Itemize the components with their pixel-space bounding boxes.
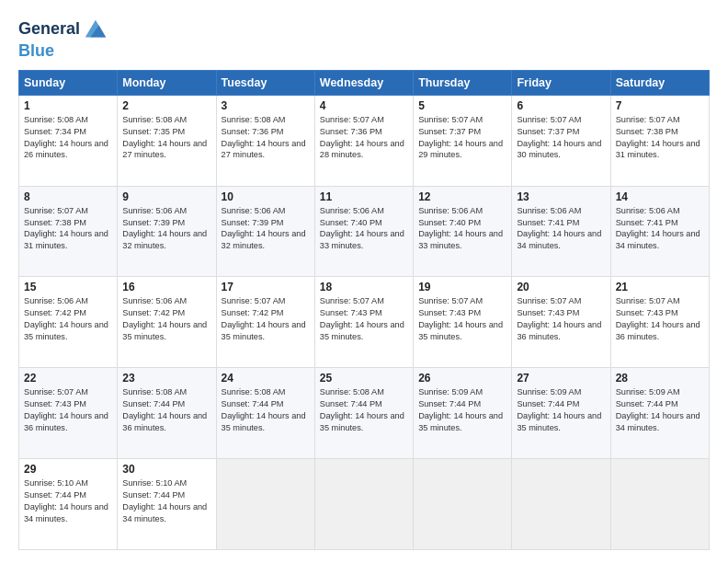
calendar-day-cell: 3Sunrise: 5:08 AMSunset: 7:36 PMDaylight… — [216, 95, 314, 186]
logo-icon — [82, 17, 108, 42]
day-number: 9 — [122, 190, 210, 203]
day-number: 30 — [122, 463, 210, 476]
day-info: Sunrise: 5:07 AMSunset: 7:38 PMDaylight:… — [24, 206, 108, 251]
day-number: 16 — [122, 281, 210, 293]
calendar-week-row: 29Sunrise: 5:10 AMSunset: 7:44 PMDayligh… — [19, 459, 710, 550]
day-number: 28 — [616, 372, 704, 385]
day-number: 26 — [418, 372, 506, 385]
calendar-body: 1Sunrise: 5:08 AMSunset: 7:34 PMDaylight… — [19, 95, 710, 549]
day-info: Sunrise: 5:06 AMSunset: 7:39 PMDaylight:… — [122, 206, 207, 251]
day-info: Sunrise: 5:06 AMSunset: 7:41 PMDaylight:… — [616, 206, 700, 251]
day-info: Sunrise: 5:10 AMSunset: 7:44 PMDaylight:… — [122, 478, 207, 523]
day-number: 22 — [24, 372, 112, 385]
calendar-week-row: 22Sunrise: 5:07 AMSunset: 7:43 PMDayligh… — [19, 368, 710, 459]
calendar-day-cell: 28Sunrise: 5:09 AMSunset: 7:44 PMDayligh… — [610, 368, 709, 459]
day-info: Sunrise: 5:07 AMSunset: 7:43 PMDaylight:… — [320, 296, 404, 341]
day-number: 18 — [320, 281, 408, 293]
calendar-week-row: 1Sunrise: 5:08 AMSunset: 7:34 PMDaylight… — [19, 95, 710, 186]
day-info: Sunrise: 5:08 AMSunset: 7:35 PMDaylight:… — [122, 115, 207, 160]
calendar-day-cell: 7Sunrise: 5:07 AMSunset: 7:38 PMDaylight… — [610, 95, 709, 186]
calendar-day-cell: 24Sunrise: 5:08 AMSunset: 7:44 PMDayligh… — [216, 368, 314, 459]
day-info: Sunrise: 5:08 AMSunset: 7:44 PMDaylight:… — [222, 387, 306, 432]
day-info: Sunrise: 5:07 AMSunset: 7:43 PMDaylight:… — [517, 296, 601, 341]
calendar-day-cell — [512, 459, 610, 550]
day-number: 25 — [320, 372, 408, 385]
logo: General Blue — [18, 17, 108, 61]
calendar-table: SundayMondayTuesdayWednesdayThursdayFrid… — [18, 70, 710, 550]
day-info: Sunrise: 5:06 AMSunset: 7:42 PMDaylight:… — [24, 296, 108, 341]
day-number: 14 — [616, 190, 704, 203]
calendar-day-cell: 19Sunrise: 5:07 AMSunset: 7:43 PMDayligh… — [414, 277, 512, 368]
calendar-day-cell: 13Sunrise: 5:06 AMSunset: 7:41 PMDayligh… — [512, 186, 610, 277]
calendar-day-cell: 20Sunrise: 5:07 AMSunset: 7:43 PMDayligh… — [512, 277, 610, 368]
calendar-day-cell: 22Sunrise: 5:07 AMSunset: 7:43 PMDayligh… — [19, 368, 118, 459]
day-number: 13 — [517, 190, 605, 203]
calendar-day-cell — [314, 459, 413, 550]
calendar-day-cell: 1Sunrise: 5:08 AMSunset: 7:34 PMDaylight… — [19, 95, 118, 186]
day-info: Sunrise: 5:09 AMSunset: 7:44 PMDaylight:… — [517, 387, 601, 432]
calendar-header-thursday: Thursday — [414, 70, 512, 95]
calendar-header-saturday: Saturday — [610, 70, 709, 95]
top-section: General Blue — [18, 17, 710, 61]
day-number: 24 — [222, 372, 310, 385]
day-number: 4 — [320, 99, 408, 112]
day-number: 17 — [222, 281, 310, 293]
calendar-day-cell: 10Sunrise: 5:06 AMSunset: 7:39 PMDayligh… — [216, 186, 314, 277]
calendar-day-cell: 25Sunrise: 5:08 AMSunset: 7:44 PMDayligh… — [314, 368, 413, 459]
calendar-day-cell: 16Sunrise: 5:06 AMSunset: 7:42 PMDayligh… — [118, 277, 216, 368]
day-info: Sunrise: 5:07 AMSunset: 7:37 PMDaylight:… — [517, 115, 601, 160]
day-number: 1 — [24, 99, 112, 112]
day-number: 11 — [320, 190, 408, 203]
calendar-day-cell: 21Sunrise: 5:07 AMSunset: 7:43 PMDayligh… — [610, 277, 709, 368]
day-info: Sunrise: 5:07 AMSunset: 7:43 PMDaylight:… — [24, 387, 108, 432]
calendar-day-cell: 29Sunrise: 5:10 AMSunset: 7:44 PMDayligh… — [19, 459, 118, 550]
calendar-day-cell: 2Sunrise: 5:08 AMSunset: 7:35 PMDaylight… — [118, 95, 216, 186]
day-info: Sunrise: 5:08 AMSunset: 7:36 PMDaylight:… — [222, 115, 306, 160]
day-info: Sunrise: 5:09 AMSunset: 7:44 PMDaylight:… — [616, 387, 700, 432]
calendar-header-wednesday: Wednesday — [314, 70, 413, 95]
calendar-header-row: SundayMondayTuesdayWednesdayThursdayFrid… — [19, 70, 710, 95]
calendar-day-cell: 14Sunrise: 5:06 AMSunset: 7:41 PMDayligh… — [610, 186, 709, 277]
day-info: Sunrise: 5:06 AMSunset: 7:41 PMDaylight:… — [517, 206, 601, 251]
day-number: 8 — [24, 190, 112, 203]
day-info: Sunrise: 5:08 AMSunset: 7:34 PMDaylight:… — [24, 115, 108, 160]
calendar-day-cell: 23Sunrise: 5:08 AMSunset: 7:44 PMDayligh… — [118, 368, 216, 459]
day-number: 10 — [222, 190, 310, 203]
calendar-day-cell: 9Sunrise: 5:06 AMSunset: 7:39 PMDaylight… — [118, 186, 216, 277]
day-number: 6 — [517, 99, 605, 112]
calendar-day-cell — [216, 459, 314, 550]
calendar-day-cell: 8Sunrise: 5:07 AMSunset: 7:38 PMDaylight… — [19, 186, 118, 277]
calendar-header-tuesday: Tuesday — [216, 70, 314, 95]
day-info: Sunrise: 5:07 AMSunset: 7:42 PMDaylight:… — [222, 296, 306, 341]
calendar-week-row: 15Sunrise: 5:06 AMSunset: 7:42 PMDayligh… — [19, 277, 710, 368]
calendar-header-friday: Friday — [512, 70, 610, 95]
calendar-day-cell: 30Sunrise: 5:10 AMSunset: 7:44 PMDayligh… — [118, 459, 216, 550]
day-number: 2 — [122, 99, 210, 112]
calendar-day-cell: 4Sunrise: 5:07 AMSunset: 7:36 PMDaylight… — [314, 95, 413, 186]
calendar-header-sunday: Sunday — [19, 70, 118, 95]
calendar-day-cell: 27Sunrise: 5:09 AMSunset: 7:44 PMDayligh… — [512, 368, 610, 459]
day-number: 7 — [616, 99, 704, 112]
calendar-day-cell: 6Sunrise: 5:07 AMSunset: 7:37 PMDaylight… — [512, 95, 610, 186]
day-info: Sunrise: 5:08 AMSunset: 7:44 PMDaylight:… — [122, 387, 207, 432]
logo-text-line2: Blue — [18, 41, 54, 60]
day-number: 21 — [616, 281, 704, 293]
day-info: Sunrise: 5:07 AMSunset: 7:36 PMDaylight:… — [320, 115, 404, 160]
day-info: Sunrise: 5:06 AMSunset: 7:40 PMDaylight:… — [418, 206, 503, 251]
day-info: Sunrise: 5:07 AMSunset: 7:37 PMDaylight:… — [418, 115, 503, 160]
day-info: Sunrise: 5:07 AMSunset: 7:43 PMDaylight:… — [418, 296, 503, 341]
day-number: 27 — [517, 372, 605, 385]
calendar-day-cell: 15Sunrise: 5:06 AMSunset: 7:42 PMDayligh… — [19, 277, 118, 368]
calendar-day-cell: 11Sunrise: 5:06 AMSunset: 7:40 PMDayligh… — [314, 186, 413, 277]
calendar-day-cell: 26Sunrise: 5:09 AMSunset: 7:44 PMDayligh… — [414, 368, 512, 459]
day-info: Sunrise: 5:09 AMSunset: 7:44 PMDaylight:… — [418, 387, 503, 432]
calendar-day-cell — [414, 459, 512, 550]
day-number: 29 — [24, 463, 112, 476]
day-info: Sunrise: 5:07 AMSunset: 7:43 PMDaylight:… — [616, 296, 700, 341]
day-info: Sunrise: 5:06 AMSunset: 7:40 PMDaylight:… — [320, 206, 404, 251]
day-info: Sunrise: 5:07 AMSunset: 7:38 PMDaylight:… — [616, 115, 700, 160]
calendar-day-cell: 5Sunrise: 5:07 AMSunset: 7:37 PMDaylight… — [414, 95, 512, 186]
day-number: 19 — [418, 281, 506, 293]
day-info: Sunrise: 5:08 AMSunset: 7:44 PMDaylight:… — [320, 387, 404, 432]
day-info: Sunrise: 5:06 AMSunset: 7:42 PMDaylight:… — [122, 296, 207, 341]
